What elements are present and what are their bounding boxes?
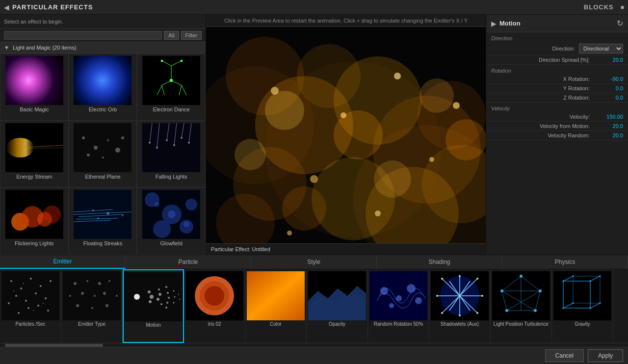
apply-button[interactable]: Apply xyxy=(588,349,623,362)
svg-point-111 xyxy=(116,295,118,297)
effect-item-electron-dance[interactable]: Electron Dance xyxy=(137,53,206,121)
tab-physics[interactable]: Physics xyxy=(502,255,628,269)
preset-random-rotation[interactable]: Random Rotation 50% xyxy=(368,269,429,343)
effect-label-flickering-lights: Flickering Lights xyxy=(15,240,53,246)
svg-point-163 xyxy=(459,275,461,277)
preview-area: Click in the Preview Area to restart the… xyxy=(206,15,486,255)
effect-item-flickering-lights[interactable]: Flickering Lights xyxy=(0,187,69,255)
svg-point-118 xyxy=(150,295,154,299)
floating-streaks-svg xyxy=(74,190,131,239)
effect-item-falling-lights[interactable]: Falling Lights xyxy=(137,121,206,188)
svg-point-167 xyxy=(459,314,461,316)
svg-point-193 xyxy=(572,275,574,277)
svg-point-128 xyxy=(165,307,167,309)
preset-opacity[interactable]: Opacity xyxy=(307,269,368,343)
bottom-tabs: Emitter Particle Style Shading Physics xyxy=(0,255,628,269)
preview-canvas[interactable] xyxy=(206,27,486,243)
effect-item-energy-stream[interactable]: Energy Stream xyxy=(0,121,69,188)
filter-button[interactable]: Filter xyxy=(181,31,202,40)
svg-point-2 xyxy=(181,60,183,62)
effect-item-ethereal-plane[interactable]: Ethereal Plane xyxy=(69,121,137,188)
svg-point-189 xyxy=(562,280,564,282)
svg-point-146 xyxy=(407,284,416,293)
main-content: Select an effect to begin. All Filter ▼ … xyxy=(0,15,628,255)
glowfield-svg xyxy=(142,190,200,239)
effect-thumb-ethereal-plane xyxy=(74,123,131,172)
effect-label-glowfield: Glowfield xyxy=(160,240,183,246)
preset-label-emitter-type: Emitter Type xyxy=(78,321,105,327)
effect-item-basic-magic[interactable]: Basic Magic xyxy=(0,53,69,121)
preset-iris-02[interactable]: Iris 02 xyxy=(184,269,245,343)
svg-point-122 xyxy=(157,298,159,301)
effect-item-electric-orb[interactable]: Electric Orb xyxy=(69,53,137,121)
top-bar: ◀ PARTICULAR EFFECTS BLOCKS ■ xyxy=(0,0,628,15)
horizontal-scrollbar[interactable] xyxy=(0,343,628,347)
effect-item-floating-streaks[interactable]: Floating Streaks xyxy=(69,187,137,255)
preset-shadowlets[interactable]: Shadowlets (Aux) xyxy=(429,269,491,343)
svg-point-120 xyxy=(158,288,160,290)
search-input[interactable] xyxy=(4,31,162,40)
svg-point-132 xyxy=(178,294,179,295)
back-arrow-icon[interactable]: ◀ xyxy=(4,3,9,11)
x-rotation-row: X Rotation: -90.0 xyxy=(486,75,628,84)
preset-thumb-shadowlets xyxy=(431,271,489,320)
svg-point-196 xyxy=(599,302,601,304)
blocks-icon: ■ xyxy=(621,4,624,11)
preset-motion[interactable]: Motion xyxy=(123,269,184,343)
reset-button[interactable]: ↻ xyxy=(617,19,623,28)
svg-point-41 xyxy=(106,212,109,215)
right-panel: ▶ Motion ↻ Direction Direction: Directio… xyxy=(486,15,628,255)
preset-opacity-svg xyxy=(308,271,366,320)
svg-point-109 xyxy=(94,295,96,297)
search-button[interactable]: All xyxy=(164,31,179,40)
direction-select[interactable]: Directional Uniform Bidirectional xyxy=(579,44,623,53)
svg-point-98 xyxy=(13,290,14,291)
svg-point-195 xyxy=(572,302,574,304)
preset-particles-svg xyxy=(1,271,59,320)
svg-point-113 xyxy=(91,307,93,309)
tab-style[interactable]: Style xyxy=(251,255,377,269)
svg-point-13 xyxy=(87,154,90,156)
preset-color-svg xyxy=(247,271,305,320)
preset-label-particles-sec: Particles /Sec xyxy=(15,321,45,327)
cancel-button[interactable]: Cancel xyxy=(545,349,584,362)
z-rotation-label: Z Rotation: xyxy=(491,95,594,101)
svg-point-94 xyxy=(27,307,29,309)
direction-spread-row: Direction Spread [%]: 20.0 xyxy=(486,55,628,65)
velocity-from-motion-value: 20.0 xyxy=(594,123,623,129)
tab-emitter[interactable]: Emitter xyxy=(0,255,126,269)
energy-stream-svg xyxy=(5,123,63,172)
velocity-section-header: Velocity xyxy=(486,103,628,112)
svg-point-96 xyxy=(47,310,49,312)
svg-rect-34 xyxy=(74,190,131,239)
effect-label-basic-magic: Basic Magic xyxy=(20,106,49,112)
z-rotation-row: Z Rotation: 0.0 xyxy=(486,93,628,103)
effect-item-glowfield[interactable]: Glowfield xyxy=(137,187,206,255)
preset-light-position[interactable]: Light Position Turbulence xyxy=(491,269,552,343)
preset-particles-sec[interactable]: Particles /Sec xyxy=(0,269,61,343)
rotation-section-header: Rotation xyxy=(486,65,628,75)
svg-point-24 xyxy=(156,147,158,149)
effects-category[interactable]: ▼ Light and Magic (20 items) xyxy=(0,42,206,53)
direction-spread-label: Direction Spread [%]: xyxy=(491,57,594,63)
svg-point-126 xyxy=(168,297,170,299)
preset-color[interactable]: Color xyxy=(245,269,307,343)
svg-point-103 xyxy=(74,282,77,285)
tab-particle[interactable]: Particle xyxy=(126,255,251,269)
preset-thumb-iris xyxy=(185,271,243,320)
svg-point-133 xyxy=(179,299,180,300)
action-bar: Cancel Apply xyxy=(0,347,628,364)
preset-gravity[interactable]: Gravity xyxy=(552,269,613,343)
tab-shading[interactable]: Shading xyxy=(377,255,502,269)
right-panel-header: ▶ Motion ↻ xyxy=(486,15,628,32)
blocks-label: BLOCKS xyxy=(584,3,614,11)
svg-point-14 xyxy=(102,156,104,158)
effect-label-energy-stream: Energy Stream xyxy=(16,174,52,180)
category-arrow-icon: ▼ xyxy=(4,45,9,51)
preset-emitter-type[interactable]: Emitter Type xyxy=(61,269,123,343)
y-rotation-row: Y Rotation: 0.0 xyxy=(486,84,628,93)
svg-point-190 xyxy=(589,280,591,282)
svg-point-105 xyxy=(98,282,101,285)
svg-point-144 xyxy=(380,287,388,295)
direction-section-header: Direction xyxy=(486,32,628,42)
